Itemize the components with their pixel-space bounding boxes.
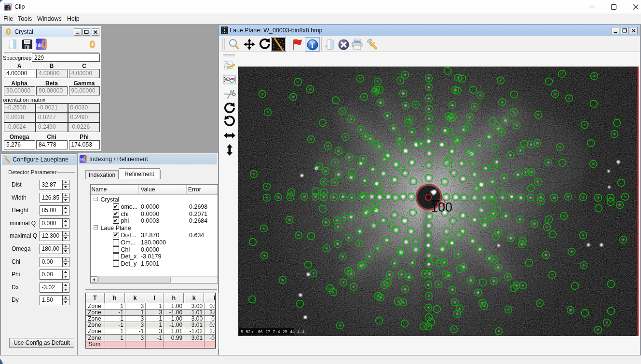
svg-text:i: i [312, 42, 314, 49]
svg-text:hkl: hkl [80, 158, 84, 161]
svg-text:hkl: hkl [36, 42, 42, 48]
svg-text:5-02af 06 27 7:4 25 44 4.4: 5-02af 06 27 7:4 25 44 4.4 [241, 330, 305, 335]
svg-text:100: 100 [431, 200, 452, 215]
